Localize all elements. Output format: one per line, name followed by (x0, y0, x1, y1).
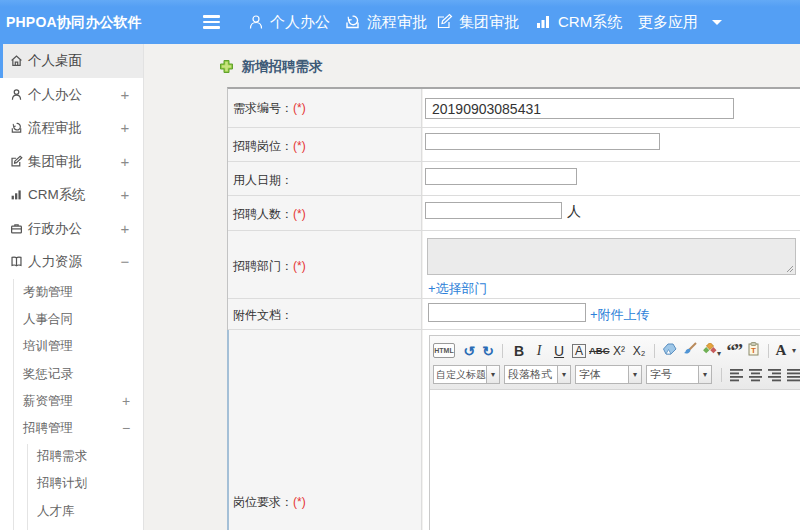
svg-text:T: T (751, 346, 756, 355)
